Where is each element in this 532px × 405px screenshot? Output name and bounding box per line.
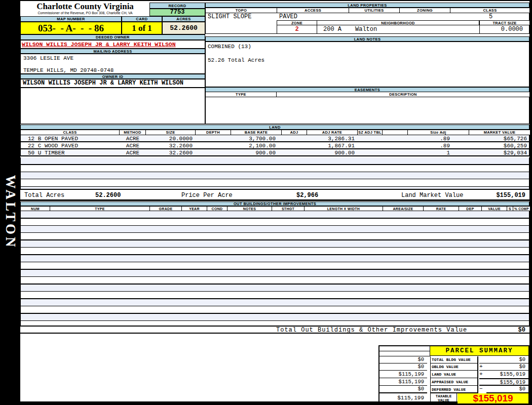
land-row-sz-adj-tbl (358, 142, 383, 148)
ob-col-value: VALUE (482, 207, 507, 211)
tract-size-label: TRACT SIZE (479, 20, 529, 25)
ps-label-appraised: APPRAISED VALUE (430, 378, 478, 386)
ps-header-blank-top (379, 346, 430, 351)
ps-header-blank-bottom (379, 351, 430, 356)
easements-section-label: EASEMENTS (205, 87, 529, 92)
land-col-class: CLASS (21, 130, 120, 135)
land-row-size: 20.0000 (146, 135, 196, 141)
land-row-adj (282, 149, 307, 155)
land-header-row: CLASS METHOD SIZE DEPTH BASE RATE ADJ AD… (20, 130, 529, 135)
deeded-owner-value: WILSON WILLIS JOSEPH JR & LARRY KEITH WI… (20, 40, 205, 49)
land-row-base-rate: 900.00 (231, 149, 282, 155)
mailing-address-box: 3306 LESLIE AVE TEMPLE HILLS, MD 20748-0… (20, 54, 205, 74)
land-row-size: 32.2600 (146, 149, 196, 155)
ps-prior-appraised: $115,199 (379, 378, 427, 386)
acres-value: 52.2600 (162, 22, 205, 34)
ps-label-deferred: DEFERRED VALUE (430, 386, 478, 393)
zone-value: 2 (277, 25, 317, 34)
neighborhood-name: Walton (355, 25, 377, 34)
neighborhood-label: NEIGHBORHOOD (317, 20, 479, 25)
county-title: Charlotte County Virginia (21, 2, 149, 11)
land-row-sz-adj-tbl (358, 149, 383, 155)
topo-value: SLIGHT SLOPE (208, 13, 251, 20)
land-col-sz-adj-tbl: SZ ADJ TBL (358, 130, 383, 135)
ob-col-year: YEAR (182, 207, 207, 211)
land-row: 12 B OPEN PAVED ACRE 20.0000 3,700.00 3,… (21, 135, 529, 142)
land-row-market-value: $65,726 (469, 135, 530, 141)
ps-op-land: + (479, 371, 486, 378)
ob-col-sthgt: STHGT (272, 207, 305, 211)
ob-total-value: $0 (518, 327, 525, 334)
land-notes-panel: COMBINED (13) 52.26 Total Acres (205, 42, 529, 87)
land-notes-section-label: LAND NOTES (205, 36, 529, 42)
land-market-value-label: Land Market Value (401, 190, 463, 201)
ob-col-num: NUM (21, 207, 50, 211)
land-row-class: 50 U TIMBER (21, 149, 120, 155)
land-totals-row: Total Acres 52.2600 Price Per Acre $2,96… (20, 189, 529, 201)
easement-description-label: DESCRIPTION (277, 92, 530, 97)
utilities-column-label: UTILITIES (349, 8, 400, 13)
land-row-depth (196, 142, 231, 148)
land-row-method: ACRE (120, 142, 146, 148)
land-row-base-rate: 3,700.00 (231, 135, 282, 141)
mailing-address-line1: 3306 LESLIE AVE (23, 55, 73, 61)
tract-size-value: 0.0000 (479, 25, 526, 34)
ps-value-total-bldg: $0 (479, 356, 528, 363)
access-column-label: ACCESS (277, 8, 349, 13)
land-properties-values-panel: SLIGHT SLOPE PAVED 5 ZONE NEIGHBORHOOD T… (205, 13, 529, 34)
county-subtitle: Commissioner of the Revenue, PO Box 308,… (21, 11, 149, 15)
ps-value-taxable: $155,019 (458, 393, 528, 403)
land-row-blank (383, 142, 408, 148)
land-row-depth (196, 135, 231, 141)
record-label: RECORD (149, 3, 205, 9)
class-column-label: CLASS (450, 8, 530, 13)
deeded-owner-label: DEEDED OWNER (20, 34, 205, 40)
land-row-adj (282, 142, 307, 148)
land-row-market-value: $60,259 (469, 142, 530, 148)
land-col-market-value: MARKET VALUE (469, 130, 530, 135)
ps-label-taxable: TAXABLE VALUE (430, 393, 457, 403)
land-row-adj-rate: 3,286.31 (307, 135, 358, 141)
land-market-value-total: $155,019 (496, 190, 525, 201)
land-row-size: 32.2600 (146, 142, 196, 148)
ob-col-notes: NOTES (227, 207, 272, 211)
land-row-depth (196, 149, 231, 155)
out-buildings-total-row: Total Out Buildings & Other Improvements… (20, 326, 529, 334)
land-row-size-adj: .89 (408, 135, 469, 141)
ps-op-deferred: − (479, 386, 486, 393)
class-value: 5 (451, 13, 530, 20)
property-record-card: WALTON Charlotte County Virginia Commiss… (0, 0, 532, 405)
neighborhood-code: 200 A (323, 25, 341, 34)
land-rows: 12 B OPEN PAVED ACRE 20.0000 3,700.00 3,… (20, 135, 529, 156)
ps-label-total-bldg: TOTAL BLDG VALUE (430, 356, 478, 363)
ps-prior-land: $115,199 (379, 371, 427, 378)
out-buildings-empty-rows (20, 211, 529, 326)
ps-prior-deferred: $0 (379, 386, 427, 393)
land-col-adj-rate: ADJ RATE (307, 130, 358, 135)
land-row: 50 U TIMBER ACRE 32.2600 900.00 900.00 1… (21, 149, 529, 156)
land-empty-rows (20, 157, 529, 189)
price-per-acre-value: $2,966 (296, 190, 318, 201)
ob-col-dep: DEP (459, 207, 482, 211)
ob-total-label: Total Out Buildings & Other Improvements… (276, 327, 467, 334)
ps-prior-taxable: $115,199 (379, 393, 427, 403)
land-row-method: ACRE (120, 149, 146, 155)
land-row-sz-adj-tbl (358, 135, 383, 141)
topo-column-label: TOPO (206, 8, 277, 13)
ob-col-area-size: AREA/SIZE (383, 207, 424, 211)
map-number-value: 053- - A- - - 86 (20, 22, 122, 34)
acres-label: ACRES (162, 16, 205, 22)
out-buildings-header-row: NUM TYPE GRADE YEAR COND NOTES STHGT LEN… (20, 206, 529, 211)
easement-type-label: TYPE (206, 92, 277, 97)
mailing-address-label: MAILING ADDRESS (20, 49, 205, 54)
land-row-adj-rate: 1,867.91 (307, 142, 358, 148)
ob-col-pct-comp: % COMP (513, 207, 530, 211)
land-row-class: 22 C WOOD PAVED (21, 142, 120, 148)
easements-header-row: TYPE DESCRIPTION (205, 92, 529, 97)
land-col-adj: ADJ (282, 130, 307, 135)
ps-row2-underline (479, 363, 528, 371)
card-label: CARD (122, 16, 162, 22)
ps-label-land: LAND VALUE (430, 371, 478, 378)
ps-value-deferred: $0 (486, 386, 528, 393)
land-row-blank (383, 135, 408, 141)
